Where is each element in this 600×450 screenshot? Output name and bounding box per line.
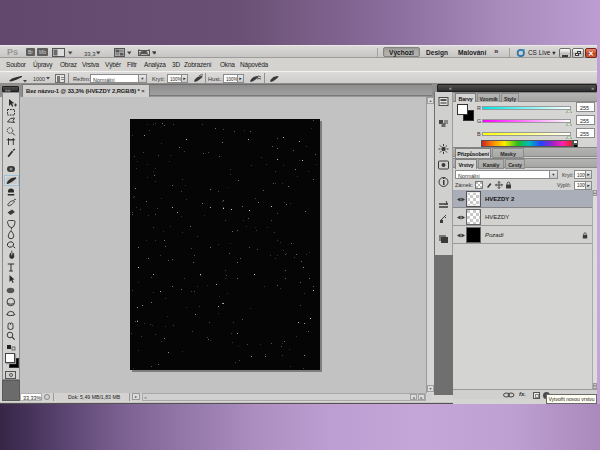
svg-text:Br: Br — [28, 49, 33, 55]
svg-text:Mb: Mb — [39, 49, 46, 55]
